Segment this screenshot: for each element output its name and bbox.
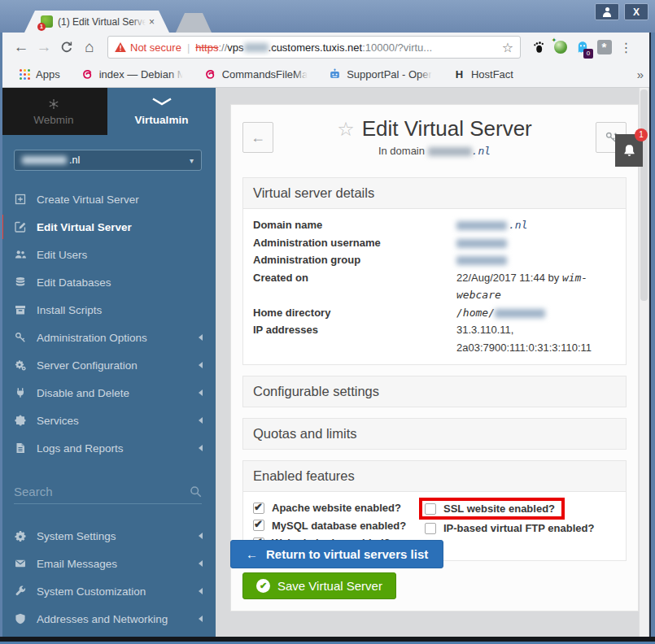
shield-icon (14, 613, 27, 625)
sidebar-item-edit-users[interactable]: Edit Users (0, 241, 216, 268)
scrollbar-thumb[interactable] (640, 89, 648, 301)
panel-back-button[interactable]: ← (242, 122, 273, 153)
subtitle-domain-suffix: .nl (472, 145, 491, 157)
browser-window: { "window": { "close_label": "X" }, "bro… (0, 0, 655, 644)
detail-row-administration-group: Administration group (253, 251, 616, 269)
caret-down-icon: ▾ (190, 156, 194, 165)
ghostery-extension-icon[interactable]: 0 (571, 37, 593, 59)
feature-row-ip-based-virtual-ftp-enabled: IP-based virtual FTP enabled? (425, 520, 616, 537)
window-frame-right (649, 33, 655, 644)
tab-close-icon[interactable]: × (149, 16, 155, 28)
bookmarks-overflow-chevron[interactable]: » (637, 67, 644, 81)
bookmark-commandsfilema[interactable]: CommandsFileMa (204, 68, 308, 80)
envelope-icon (14, 558, 27, 570)
panel-header: ← ☆ Edit Virtual Server In domain .nl (231, 105, 638, 167)
detail-value-text: 31.3.110.11, 2a03:7900:111:0:31:3:110:11 (456, 324, 592, 354)
window-frame-bottom (0, 637, 655, 644)
bookmark-debian-index[interactable]: index — Debian M (81, 68, 183, 80)
tab-webmin-label: Webmin (33, 114, 73, 126)
tab-webmin[interactable]: Webmin (0, 88, 107, 135)
url-scheme: https (195, 41, 218, 54)
edit-icon (14, 221, 27, 233)
redacted-text (456, 221, 507, 230)
checkbox-ssl-website-enabled[interactable] (425, 503, 436, 515)
detail-label: Domain name (253, 216, 456, 234)
debian-swirl-icon (204, 68, 216, 80)
window-close-button[interactable]: X (624, 3, 648, 20)
users-icon (14, 249, 27, 261)
checkbox-ip-based-virtual-ftp-enabled[interactable] (425, 523, 436, 534)
search-icon[interactable] (190, 485, 202, 498)
section-quotas-and-limits: Quotas and limits (242, 418, 627, 450)
bookmark-apps[interactable]: Apps (20, 68, 60, 80)
section-title[interactable]: Quotas and limits (243, 419, 626, 449)
notifications-bell-button[interactable]: 1 (615, 134, 643, 167)
bell-icon (622, 143, 637, 159)
redacted-text (495, 309, 545, 318)
apps-grid-icon (20, 69, 30, 80)
bookmark-hostfact[interactable]: H HostFact (453, 68, 513, 80)
back-button[interactable]: ← (10, 36, 33, 59)
new-tab-button[interactable] (176, 13, 212, 33)
page-subtitle: In domain .nl (280, 145, 589, 157)
sidebar-item-system-settings[interactable]: System Settings (0, 522, 216, 550)
caret-left-icon (199, 560, 203, 567)
address-bar[interactable]: Not secure | https :// vps .customers.tu… (107, 36, 521, 59)
virtualmin-favicon-icon: 1 (41, 15, 53, 28)
sidebar-tabs: Webmin Virtualmin (0, 88, 216, 135)
reload-icon (60, 41, 73, 54)
section-title[interactable]: Virtual server details (243, 178, 626, 208)
feature-label: MySQL database enabled? (272, 520, 406, 532)
reload-button[interactable] (55, 36, 78, 59)
tab-virtualmin[interactable]: Virtualmin (107, 88, 216, 135)
sidebar-item-system-customization[interactable]: System Customization (0, 577, 216, 605)
sidebar-item-disable-and-delete[interactable]: Disable and Delete (0, 379, 216, 407)
return-to-virtual-servers-button[interactable]: ← Return to virtual servers list (230, 540, 443, 568)
bookmark-star-icon[interactable]: ☆ (502, 40, 513, 55)
sidebar-item-create-virtual-server[interactable]: Create Virtual Server (0, 185, 216, 213)
asterisk-extension-icon[interactable]: * (593, 37, 615, 59)
gears-icon (14, 359, 27, 372)
domain-suffix: .nl (69, 154, 80, 166)
chrome-menu-button[interactable]: ⋮ (615, 37, 637, 59)
bookmark-supportpal[interactable]: SupportPal - Oper (329, 68, 432, 80)
home-button[interactable]: ⌂ (78, 36, 101, 59)
browser-tab[interactable]: 1 (1) Edit Virtual Serve × (24, 11, 169, 33)
sidebar-item-label: Logs and Reports (37, 442, 124, 455)
detail-value: 31.3.110.11, 2a03:7900:111:0:31:3:110:11 (456, 321, 616, 356)
window-user-button[interactable] (595, 3, 619, 20)
url-scheme-sep: :// (218, 41, 227, 54)
sidebar-item-edit-virtual-server[interactable]: Edit Virtual Server (0, 213, 216, 241)
sidebar-item-label: Email Messages (37, 558, 117, 570)
gnome-extension-icon[interactable] (527, 37, 549, 59)
sidebar-item-edit-databases[interactable]: Edit Databases (0, 268, 216, 296)
sidebar-item-server-configuration[interactable]: Server Configuration (0, 351, 216, 379)
section-virtual-server-details: Virtual server details Domain name.nlAdm… (242, 177, 627, 365)
url-host-prefix: vps (227, 41, 243, 54)
webmin-icon (47, 98, 60, 111)
checkbox-mysql-database-enabled[interactable] (253, 520, 264, 531)
sidebar-item-logs-and-reports[interactable]: Logs and Reports (0, 434, 216, 462)
sidebar-item-email-messages[interactable]: Email Messages (0, 550, 216, 577)
sidebar-item-install-scripts[interactable]: Install Scripts (0, 296, 216, 324)
sidebar-item-label: System Settings (37, 530, 116, 542)
detail-row-administration-username: Administration username (253, 234, 616, 252)
search-input[interactable] (14, 485, 190, 498)
plus-square-icon (14, 194, 27, 206)
section-title[interactable]: Configurable settings (243, 376, 626, 407)
checkbox-apache-website-enabled[interactable] (253, 503, 264, 514)
sidebar-item-services[interactable]: Services (0, 407, 216, 434)
save-virtual-server-button[interactable]: ✔ Save Virtual Server (242, 572, 396, 599)
green-orb-extension-icon[interactable] (549, 37, 571, 59)
sidebar-item-administration-options[interactable]: Administration Options (0, 324, 216, 351)
feature-label: Apache website enabled? (272, 502, 401, 514)
wrench-icon (14, 585, 27, 598)
caret-left-icon (199, 533, 203, 539)
details-table: Domain name.nlAdministration usernameAdm… (243, 208, 626, 364)
domain-select-dropdown[interactable]: .nl ▾ (14, 150, 202, 171)
star-icon[interactable]: ☆ (337, 118, 355, 141)
scrollbar[interactable] (639, 88, 648, 637)
sidebar-item-addresses-and-networking[interactable]: Addresses and Networking (0, 605, 216, 633)
section-title[interactable]: Enabled features (243, 461, 626, 491)
forward-button[interactable]: → (33, 36, 55, 59)
